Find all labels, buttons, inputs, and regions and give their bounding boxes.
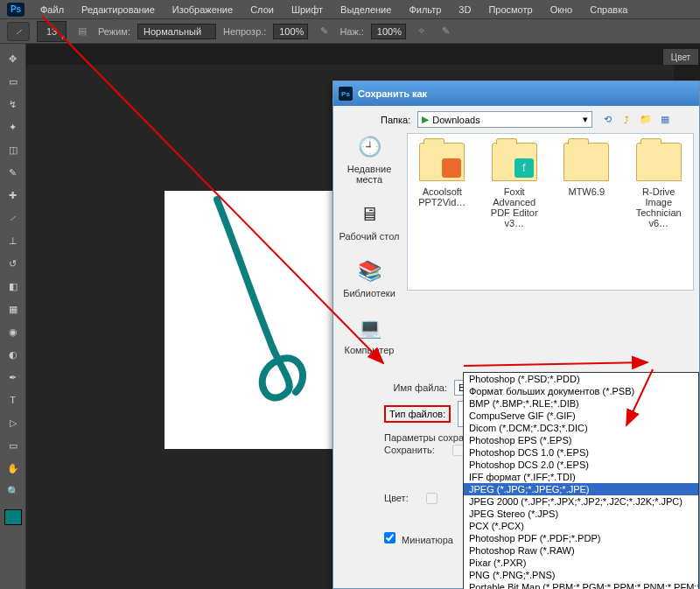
folder-item[interactable]: R-Drive Image Technician v6…	[634, 143, 685, 281]
foreground-color-swatch[interactable]	[4, 509, 22, 525]
thumbnail-label: Миниатюра	[402, 535, 453, 545]
menu-window[interactable]: Окно	[542, 2, 582, 18]
main-menu-bar: Ps Файл Редактирование Изображение Слои …	[0, 0, 700, 19]
app-logo: Ps	[7, 3, 24, 17]
wand-tool-icon[interactable]: ✦	[3, 117, 24, 137]
newfolder-icon[interactable]: 📁	[638, 112, 654, 128]
zoom-tool-icon[interactable]: 🔍	[3, 481, 24, 501]
back-icon[interactable]: ⟲	[599, 112, 615, 128]
views-icon[interactable]: ▦	[657, 112, 673, 128]
opacity-label: Непрозр.:	[223, 26, 266, 37]
format-option[interactable]: PNG (*.PNG;*.PNS)	[464, 569, 698, 581]
format-option[interactable]: PCX (*.PCX)	[464, 520, 698, 532]
path-tool-icon[interactable]: ▷	[3, 413, 24, 432]
blend-mode-select[interactable]: Нормальный	[137, 24, 216, 39]
places-sidebar: 🕘Недавние места 🖥Рабочий стол 📚Библиотек…	[339, 133, 400, 371]
dialog-titlebar[interactable]: Ps Сохранить как	[333, 81, 699, 106]
opacity-value[interactable]: 100%	[273, 24, 308, 39]
menu-filter[interactable]: Фильтр	[400, 2, 450, 18]
eraser-tool-icon[interactable]: ◧	[3, 277, 24, 296]
menu-layers[interactable]: Слои	[242, 2, 283, 18]
menu-view[interactable]: Просмотр	[480, 2, 541, 18]
document-canvas[interactable]	[164, 191, 335, 449]
tools-panel: ✥ ▭ ↯ ✦ ◫ ✎ ✚ ⟋ ⊥ ↺ ◧ ▦ ◉ ◐ ✒ T ▷ ▭ ✋ 🔍	[0, 44, 26, 589]
color-subheading: Цвет:	[384, 493, 409, 506]
format-option[interactable]: Формат больших документов (*.PSB)	[464, 385, 698, 397]
shape-tool-icon[interactable]: ▭	[3, 436, 24, 455]
history-brush-icon[interactable]: ↺	[3, 254, 24, 273]
format-option[interactable]: Photoshop DCS 1.0 (*.EPS)	[464, 446, 698, 459]
dodge-tool-icon[interactable]: ◐	[3, 345, 24, 364]
format-option[interactable]: Photoshop EPS (*.EPS)	[464, 434, 698, 446]
opacity-pressure-icon[interactable]: ✎	[315, 23, 332, 40]
menu-3d[interactable]: 3D	[450, 2, 480, 18]
menu-file[interactable]: Файл	[32, 2, 73, 18]
opt-chk	[452, 445, 464, 456]
marquee-tool-icon[interactable]: ▭	[3, 72, 24, 91]
flow-pressure-icon[interactable]: ✎	[438, 23, 455, 40]
folder-label: Папка:	[381, 115, 410, 125]
format-option[interactable]: Portable Bit Map (*.PBM;*.PGM;*.PPM;*.PN…	[464, 581, 698, 589]
opt-chk	[426, 493, 438, 504]
format-option[interactable]: Dicom (*.DCM;*.DC3;*.DIC)	[464, 422, 698, 434]
thumbnail-checkbox[interactable]	[384, 532, 396, 543]
airbrush-icon[interactable]: ✧	[413, 23, 430, 40]
format-option[interactable]: Photoshop (*.PSD;*.PDD)	[464, 373, 698, 385]
tool-options-bar: ⟋ 13 ▤ Режим: Нормальный Непрозр.: 100% …	[0, 19, 700, 44]
type-tool-icon[interactable]: T	[3, 390, 24, 410]
place-desktop[interactable]: 🖥Рабочий стол	[339, 200, 400, 242]
menu-select[interactable]: Выделение	[332, 2, 400, 18]
dialog-app-icon: Ps	[339, 87, 353, 101]
format-option[interactable]: Pixar (*.PXR)	[464, 557, 698, 569]
file-list-pane[interactable]: Acoolsoft PPT2Vid… fFoxit Advanced PDF E…	[407, 133, 694, 291]
menu-help[interactable]: Справка	[581, 2, 636, 18]
format-option[interactable]: JPEG Stereo (*.JPS)	[464, 508, 698, 520]
filetype-dropdown-list[interactable]: Photoshop (*.PSD;*.PDD)Формат больших до…	[463, 372, 699, 589]
brush-tool-icon[interactable]: ⟋	[3, 208, 24, 228]
lasso-tool-icon[interactable]: ↯	[3, 95, 24, 114]
format-option[interactable]: Photoshop PDF (*.PDF;*.PDP)	[464, 532, 698, 544]
dialog-nav-icons: ⟲ ⤴ 📁 ▦	[599, 112, 673, 128]
up-icon[interactable]: ⤴	[619, 112, 634, 128]
format-option[interactable]: JPEG (*.JPG;*.JPEG;*.JPE)	[464, 483, 698, 495]
place-computer[interactable]: 💻Компьютер	[339, 314, 400, 355]
format-option[interactable]: JPEG 2000 (*.JPF;*.JPX;*.JP2;*.J2C;*.J2K…	[464, 495, 698, 508]
format-option[interactable]: BMP (*.BMP;*.RLE;*.DIB)	[464, 397, 698, 410]
menu-edit[interactable]: Редактирование	[73, 2, 164, 18]
brush-preset-picker[interactable]: 13	[37, 21, 66, 42]
filename-label: Имя файла:	[384, 382, 447, 393]
save-subheading: Сохранить:	[384, 445, 435, 458]
folder-icon: ▶	[422, 114, 429, 125]
crop-tool-icon[interactable]: ◫	[3, 140, 24, 159]
format-option[interactable]: CompuServe GIF (*.GIF)	[464, 410, 698, 422]
move-tool-icon[interactable]: ✥	[3, 49, 24, 68]
canvas-stroke	[164, 191, 335, 449]
format-option[interactable]: Photoshop Raw (*.RAW)	[464, 544, 698, 557]
format-option[interactable]: IFF формат (*.IFF;*.TDI)	[464, 471, 698, 483]
folder-item[interactable]: fFoxit Advanced PDF Editor v3…	[489, 143, 541, 281]
place-libraries[interactable]: 📚Библиотеки	[339, 257, 400, 298]
healing-tool-icon[interactable]: ✚	[3, 186, 24, 205]
place-recent[interactable]: 🕘Недавние места	[339, 133, 400, 185]
brush-tool-icon[interactable]: ⟋	[7, 22, 30, 41]
flow-value[interactable]: 100%	[371, 24, 406, 39]
color-panel-tab[interactable]: Цвет	[663, 49, 698, 65]
menu-image[interactable]: Изображение	[164, 2, 242, 18]
dialog-title-text: Сохранить как	[358, 88, 427, 99]
gradient-tool-icon[interactable]: ▦	[3, 299, 24, 319]
folder-select[interactable]: ▶ Downloads ▾	[417, 111, 592, 128]
eyedropper-tool-icon[interactable]: ✎	[3, 163, 24, 182]
folder-item[interactable]: Acoolsoft PPT2Vid…	[416, 143, 468, 281]
hand-tool-icon[interactable]: ✋	[3, 459, 24, 478]
flow-label: Наж.:	[340, 26, 364, 37]
mode-label: Режим:	[98, 26, 130, 37]
filetype-label-highlight: Тип файлов:	[384, 405, 451, 423]
format-option[interactable]: Photoshop DCS 2.0 (*.EPS)	[464, 459, 698, 471]
pen-tool-icon[interactable]: ✒	[3, 368, 24, 387]
stamp-tool-icon[interactable]: ⊥	[3, 231, 24, 250]
brush-panel-icon[interactable]: ▤	[74, 23, 91, 40]
folder-item[interactable]: MTW6.9	[561, 143, 612, 281]
menu-type[interactable]: Шрифт	[283, 2, 332, 18]
save-as-dialog: Ps Сохранить как Папка: ▶ Downloads ▾ ⟲ …	[332, 81, 700, 589]
blur-tool-icon[interactable]: ◉	[3, 322, 24, 341]
